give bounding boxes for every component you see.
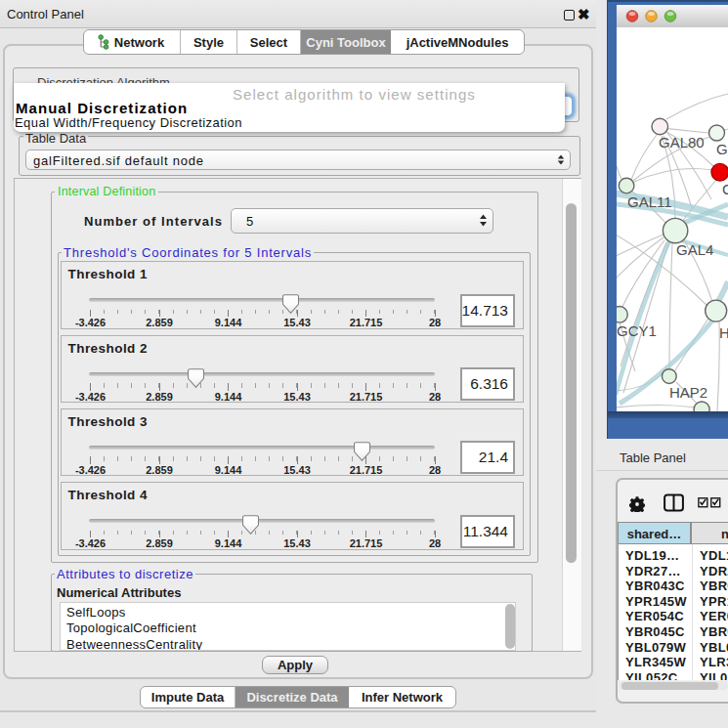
svg-text:GAL80: GAL80 [659, 134, 705, 150]
svg-text:G.: G. [716, 141, 728, 157]
svg-text:H: H [719, 324, 728, 341]
svg-text:HAP2: HAP2 [669, 384, 707, 401]
svg-text:GAL11: GAL11 [627, 193, 672, 210]
svg-text:C: C [722, 181, 728, 197]
svg-text:GCY1: GCY1 [617, 322, 657, 339]
svg-text:GAL4: GAL4 [676, 241, 713, 258]
